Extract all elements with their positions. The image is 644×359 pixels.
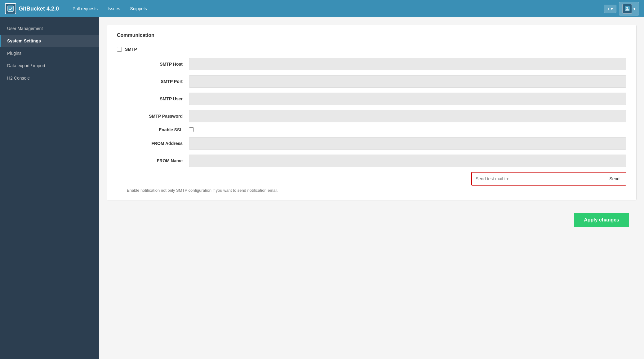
- from-name-label: FROM Name: [127, 158, 189, 163]
- form-row-smtp-password: SMTP Password: [117, 110, 626, 122]
- test-mail-input[interactable]: [472, 173, 603, 185]
- plus-icon: +: [607, 7, 610, 11]
- form-row-smtp-user: SMTP User: [117, 93, 626, 105]
- form-row-from-name: FROM Name: [117, 155, 626, 167]
- svg-point-2: [626, 7, 628, 9]
- form-row-smtp-port: SMTP Port: [117, 75, 626, 88]
- send-button[interactable]: Send: [603, 173, 626, 185]
- nav-issues[interactable]: Issues: [104, 4, 124, 14]
- sidebar: User Management System Settings Plugins …: [0, 17, 99, 359]
- bottom-bar: Apply changes: [107, 208, 637, 232]
- from-address-input[interactable]: [189, 137, 626, 150]
- form-row-enable-ssl: Enable SSL: [117, 127, 626, 132]
- apply-changes-button[interactable]: Apply changes: [574, 213, 629, 227]
- avatar: [622, 4, 632, 14]
- brand-logo-icon: [5, 3, 16, 14]
- nav-snippets[interactable]: Snippets: [126, 4, 150, 14]
- smtp-port-label: SMTP Port: [127, 79, 189, 84]
- smtp-password-label: SMTP Password: [127, 114, 189, 119]
- sidebar-item-plugins[interactable]: Plugins: [0, 47, 99, 59]
- smtp-user-input[interactable]: [189, 93, 626, 105]
- sidebar-item-system-settings[interactable]: System Settings: [0, 35, 99, 47]
- main-content: Communication SMTP SMTP Host SMTP Port S…: [99, 17, 644, 359]
- smtp-user-label: SMTP User: [127, 96, 189, 101]
- test-mail-box: Send: [471, 172, 626, 186]
- smtp-host-input[interactable]: [189, 58, 626, 70]
- navbar-right: + ▾ ▾: [604, 2, 639, 15]
- sidebar-item-h2-console[interactable]: H2 Console: [0, 72, 99, 84]
- smtp-password-input[interactable]: [189, 110, 626, 122]
- brand-title: GitBucket 4.2.0: [19, 6, 59, 12]
- nav-pull-requests[interactable]: Pull requests: [69, 4, 101, 14]
- test-mail-section: Send: [117, 172, 626, 186]
- communication-card: Communication SMTP SMTP Host SMTP Port S…: [107, 25, 637, 200]
- smtp-checkbox-row: SMTP: [117, 47, 626, 52]
- form-row-smtp-host: SMTP Host: [117, 58, 626, 70]
- from-name-input[interactable]: [189, 155, 626, 167]
- enable-ssl-checkbox[interactable]: [189, 127, 194, 132]
- smtp-host-label: SMTP Host: [127, 62, 189, 67]
- svg-rect-0: [8, 6, 13, 11]
- layout: User Management System Settings Plugins …: [0, 17, 644, 359]
- nav-links: Pull requests Issues Snippets: [69, 4, 604, 14]
- section-title: Communication: [117, 33, 626, 41]
- brand-link[interactable]: GitBucket 4.2.0: [5, 3, 59, 14]
- form-row-from-address: FROM Address: [117, 137, 626, 150]
- sidebar-item-data-export[interactable]: Data export / import: [0, 59, 99, 72]
- enable-ssl-label: Enable SSL: [127, 127, 189, 132]
- avatar-button[interactable]: ▾: [619, 2, 639, 15]
- avatar-dropdown-arrow: ▾: [633, 7, 636, 11]
- dropdown-arrow: ▾: [611, 7, 613, 11]
- sidebar-item-user-management[interactable]: User Management: [0, 22, 99, 35]
- smtp-label[interactable]: SMTP: [125, 47, 137, 52]
- from-address-label: FROM Address: [127, 141, 189, 146]
- smtp-port-input[interactable]: [189, 75, 626, 88]
- help-text: Enable notification not only SMTP config…: [117, 188, 626, 193]
- navbar: GitBucket 4.2.0 Pull requests Issues Sni…: [0, 0, 644, 17]
- smtp-checkbox[interactable]: [117, 47, 122, 52]
- create-button[interactable]: + ▾: [604, 5, 616, 13]
